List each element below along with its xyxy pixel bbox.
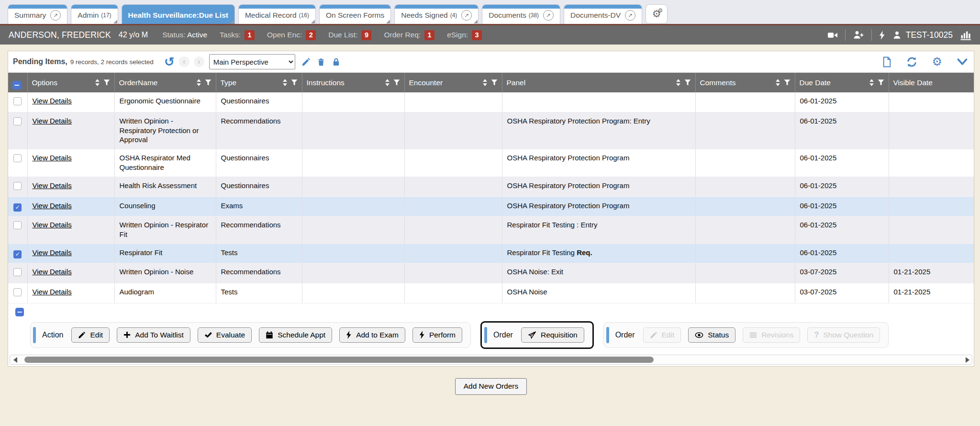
column-header-select-all[interactable]: −	[8, 73, 27, 92]
bolt-icon[interactable]	[879, 31, 885, 40]
pencil-icon[interactable]	[301, 57, 311, 67]
gear-icon[interactable]: ⚙	[932, 56, 942, 67]
perspective-select[interactable]: Main Perspective	[209, 54, 295, 69]
filter-funnel-icon[interactable]	[491, 79, 498, 86]
stat-badge[interactable]: 1	[424, 30, 434, 40]
row-checkbox[interactable]	[13, 268, 22, 276]
requisition-button[interactable]: Requisition	[521, 327, 584, 343]
tab-needs-signed[interactable]: Needs Signed(4)↗	[394, 4, 479, 24]
sort-icon[interactable]	[775, 78, 780, 87]
row-checkbox[interactable]: ✓	[13, 250, 22, 258]
video-camera-icon[interactable]	[827, 31, 838, 40]
sort-icon[interactable]	[95, 78, 100, 87]
row-checkbox[interactable]: ✓	[13, 203, 22, 212]
column-header-ordername[interactable]: OrderName	[114, 73, 216, 92]
filter-funnel-icon[interactable]	[205, 79, 212, 86]
sort-icon[interactable]	[676, 78, 681, 87]
stat-badge[interactable]: 1	[245, 30, 255, 40]
tab-health-surveillance-due-list[interactable]: Health Surveillance:Due List	[122, 4, 235, 24]
status-value: Active	[187, 31, 207, 39]
collapse-icon[interactable]	[957, 58, 968, 66]
column-header-options[interactable]: Options	[27, 73, 114, 92]
add-to-waitlist-button[interactable]: Add To Waitlist	[117, 327, 190, 343]
status-button[interactable]: Status	[688, 327, 735, 343]
sort-icon[interactable]	[385, 78, 390, 87]
stat-badge[interactable]: 3	[472, 30, 482, 40]
cell-options: View Details	[27, 283, 114, 303]
popout-icon[interactable]: ↗	[543, 10, 554, 21]
column-header-comments[interactable]: Comments	[695, 73, 795, 92]
previous-icon[interactable]: ‹	[179, 56, 189, 67]
edit-button[interactable]: Edit	[71, 327, 110, 343]
tab-settings-button[interactable]: ⚙ ⚙	[646, 4, 668, 24]
view-details-link[interactable]: View Details	[33, 181, 72, 190]
tab-documents-dv[interactable]: Documents-DV↗	[564, 4, 642, 24]
tab-documents[interactable]: Documents(38)↗	[482, 4, 560, 24]
scroll-left-arrow-icon[interactable]	[13, 357, 17, 363]
trash-icon[interactable]	[317, 57, 325, 67]
sort-icon[interactable]	[482, 78, 488, 87]
filter-funnel-icon[interactable]	[291, 79, 298, 86]
row-checkbox[interactable]	[13, 288, 22, 296]
column-header-visible-date[interactable]: Visible Date	[889, 73, 974, 92]
perform-button[interactable]: Perform	[412, 327, 462, 343]
grid-footer: −	[8, 303, 974, 319]
tab-label: Medical Record	[245, 11, 297, 20]
tab-medical-record[interactable]: Medical Record(16)	[238, 4, 316, 24]
column-header-due-date[interactable]: Due Date	[795, 73, 889, 92]
new-document-icon[interactable]	[882, 56, 892, 67]
tab-summary[interactable]: Summary↗	[8, 4, 67, 24]
row-checkbox[interactable]	[13, 117, 22, 125]
add-to-exam-button[interactable]: Add to Exam	[339, 327, 405, 343]
view-details-link[interactable]: View Details	[33, 248, 72, 257]
lock-icon[interactable]	[332, 57, 341, 67]
view-details-link[interactable]: View Details	[33, 117, 72, 125]
popout-icon[interactable]: ↗	[625, 10, 635, 21]
view-details-link[interactable]: View Details	[33, 288, 72, 296]
horizontal-scrollbar[interactable]	[10, 355, 972, 365]
refresh-icon[interactable]	[906, 56, 917, 67]
filter-funnel-icon[interactable]	[878, 79, 884, 86]
column-header-encounter[interactable]: Encounter	[404, 73, 502, 92]
view-details-link[interactable]: View Details	[33, 154, 72, 162]
filter-funnel-icon[interactable]	[784, 79, 791, 86]
next-icon[interactable]: ›	[194, 56, 204, 67]
column-header-type[interactable]: Type	[216, 73, 302, 92]
bar-chart-icon[interactable]	[960, 30, 971, 40]
add-person-icon[interactable]	[853, 30, 864, 40]
sort-icon[interactable]	[196, 78, 201, 87]
stat-badge[interactable]: 2	[306, 30, 316, 40]
filter-funnel-icon[interactable]	[684, 79, 691, 86]
filter-funnel-icon[interactable]	[103, 79, 110, 86]
column-header-instructions[interactable]: Instructions	[302, 73, 404, 92]
popout-icon[interactable]: ↗	[50, 10, 61, 21]
stat-badge[interactable]: 9	[361, 30, 371, 40]
schedule-appt-button[interactable]: Schedule Appt	[259, 327, 332, 343]
row-checkbox[interactable]	[13, 182, 22, 190]
add-new-orders-button[interactable]: Add New Orders	[455, 378, 527, 395]
tab-admin[interactable]: Admin(17)	[71, 4, 118, 24]
select-all-checkbox[interactable]: −	[12, 81, 21, 90]
popout-icon[interactable]: ↗	[461, 10, 472, 21]
view-details-link[interactable]: View Details	[33, 97, 72, 105]
filter-funnel-icon[interactable]	[393, 79, 400, 86]
row-checkbox[interactable]	[13, 97, 22, 105]
row-checkbox[interactable]	[13, 154, 22, 162]
row-checkbox[interactable]	[13, 221, 22, 229]
sort-icon[interactable]	[869, 78, 874, 87]
column-header-panel[interactable]: Panel	[502, 73, 695, 92]
user-menu[interactable]: TEST-10025	[892, 30, 953, 40]
view-details-link[interactable]: View Details	[33, 268, 72, 276]
action-group-label: Order	[493, 331, 513, 339]
cell-panel: OSHA Respiratory Protection Program	[502, 177, 695, 197]
select-all-footer-checkbox[interactable]: −	[15, 308, 24, 316]
sort-icon[interactable]	[282, 78, 288, 87]
bolt-icon	[346, 331, 352, 339]
scroll-right-arrow-icon[interactable]	[966, 357, 969, 363]
tab-on-screen-forms[interactable]: On Screen Forms	[319, 4, 391, 24]
scrollbar-thumb[interactable]	[24, 357, 654, 363]
view-details-link[interactable]: View Details	[33, 202, 72, 210]
view-details-link[interactable]: View Details	[33, 221, 72, 229]
undo-icon[interactable]: ↺	[164, 56, 175, 68]
evaluate-button[interactable]: Evaluate	[198, 327, 252, 343]
